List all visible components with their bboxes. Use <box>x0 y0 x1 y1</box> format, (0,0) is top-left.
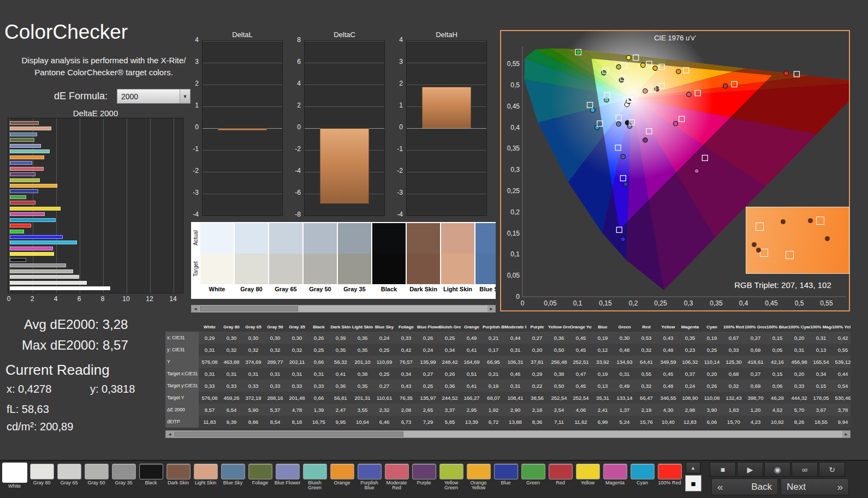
axis-tick-label: 0,45 <box>507 103 520 110</box>
continuous-button[interactable]: ∞ <box>792 462 818 477</box>
table-cell: 2,32 <box>373 404 395 416</box>
swatch-button-100--green[interactable]: 100% Green <box>683 463 684 497</box>
table-cell: 0,36 <box>548 332 570 344</box>
swatch-button-green[interactable]: Green <box>520 463 546 497</box>
swatch-button-orange[interactable]: Orange <box>329 463 355 497</box>
scroll-left-icon[interactable]: ◄ <box>192 305 199 312</box>
table-cell: 33,92 <box>592 356 614 368</box>
play-button[interactable]: ▶ <box>737 462 763 477</box>
strip-patch-black[interactable]: Black <box>372 223 406 296</box>
table-cell: 0,37 <box>679 368 701 380</box>
table-scrollbar[interactable]: ◄ ► <box>165 430 851 438</box>
swatch-color <box>57 464 81 479</box>
table-cell: 0,27 <box>745 332 766 344</box>
strip-patch-gray-65[interactable]: Gray 65 <box>269 223 302 296</box>
table-cell: 4,06 <box>570 404 592 416</box>
deltae-bar <box>10 207 61 211</box>
table-cell: 6,46 <box>373 416 395 428</box>
table-cell: 108,41 <box>504 392 526 404</box>
inset-target-square <box>816 217 824 225</box>
table-cell: 0,26 <box>439 368 461 380</box>
swatch-button-gray-65[interactable]: Gray 65 <box>56 463 82 497</box>
axis-tick-label: 0 <box>195 123 199 131</box>
current-patch-button[interactable]: ■ <box>685 475 701 491</box>
current-reading-title: Current Reading <box>5 362 110 379</box>
table-cell: 0,29 <box>526 368 548 380</box>
table-cell: 3,55 <box>352 404 373 416</box>
swatch-button-blue[interactable]: Blue <box>492 463 519 497</box>
strip-patch-gray-35[interactable]: Gray 35 <box>338 223 371 296</box>
axis-tick-label: 0,35 <box>708 299 725 307</box>
measured-point <box>687 92 691 97</box>
table-row: dEITP11,839,398,868,548,1816,759,9510,64… <box>165 416 851 428</box>
swatch-button-orange-yellow[interactable]: Orange Yellow <box>465 463 492 497</box>
swatch-label: Blue Sky <box>219 481 246 485</box>
cie-diagram-panel: CIE 1976 u'v' 00,050,10,150,20,250,30,35… <box>500 30 850 311</box>
scroll-right-icon[interactable]: ► <box>842 431 850 437</box>
patch-target-color <box>304 254 337 284</box>
table-cell: 6,06 <box>701 416 723 428</box>
refresh-button[interactable]: ↻ <box>819 462 845 477</box>
strip-patch-dark-skin[interactable]: Dark Skin <box>407 223 440 296</box>
table-cell: 2,18 <box>526 404 548 416</box>
table-cell: 0,25 <box>417 380 439 392</box>
strip-scrollbar-thumb[interactable] <box>200 306 298 311</box>
table-cell: 0,15 <box>766 332 788 344</box>
table-cell: 5,24 <box>614 416 635 428</box>
swatch-button-dark-skin[interactable]: Dark Skin <box>165 463 192 497</box>
back-button[interactable]: « Back <box>711 478 778 495</box>
strip-patch-light-skin[interactable]: Light Skin <box>441 223 474 296</box>
table-cell: 6,99 <box>592 416 614 428</box>
swatch-button-black[interactable]: Black <box>138 463 164 497</box>
table-cell: 0,26 <box>308 332 330 344</box>
swatch-button-gray-80[interactable]: Gray 80 <box>28 463 55 497</box>
next-button[interactable]: Next » <box>781 478 849 495</box>
patch-actual-color <box>235 223 268 254</box>
swatch-color <box>112 464 136 479</box>
up-arrow-button[interactable]: ▲ <box>686 462 700 473</box>
swatch-button-blue-sky[interactable]: Blue Sky <box>219 463 246 497</box>
table-cell: 0,25 <box>308 344 330 356</box>
table-cell: 8,57 <box>199 404 221 416</box>
axis-tick-label: 2 <box>297 101 301 109</box>
table-cell: 0,33 <box>221 380 242 392</box>
scroll-left-icon[interactable]: ◄ <box>166 431 174 437</box>
table-cell: 16,75 <box>308 416 330 428</box>
swatch-button-cyan[interactable]: Cyan <box>629 463 656 497</box>
swatch-button-gray-35[interactable]: Gray 35 <box>110 463 137 497</box>
swatch-button-purple[interactable]: Purple <box>411 463 437 497</box>
swatch-button-foliage[interactable]: Foliage <box>247 463 274 497</box>
swatch-button-magenta[interactable]: Magenta <box>602 463 628 497</box>
table-scrollbar-thumb[interactable] <box>174 431 403 437</box>
column-header: 100% Blue <box>766 322 788 332</box>
scroll-right-icon[interactable]: ► <box>487 305 495 312</box>
axis-tick-label: 12 <box>144 295 155 303</box>
strip-scrollbar[interactable]: ◄ ► <box>191 305 496 313</box>
table-cell: 252,54 <box>570 392 592 404</box>
table-cell: 132,43 <box>723 392 745 404</box>
table-cell: 1,83 <box>723 404 745 416</box>
swatch-button-white[interactable]: White <box>1 463 28 497</box>
swatch-button-100--red[interactable]: 100% Red <box>656 463 683 497</box>
swatch-button-bluish-green[interactable]: Bluish Green <box>301 463 328 497</box>
swatch-button-light-skin[interactable]: Light Skin <box>192 463 219 497</box>
stop-button[interactable]: ■ <box>710 462 736 477</box>
strip-patch-white[interactable]: White <box>200 223 234 296</box>
swatch-button-blue-flower[interactable]: Blue Flower <box>274 463 301 497</box>
strip-patch-blue-sky[interactable]: Blue Sky <box>475 223 496 296</box>
strip-patch-gray-80[interactable]: Gray 80 <box>235 223 268 296</box>
de-formula-dropdown[interactable]: 2000 ▼ <box>117 89 191 104</box>
patch-label: Gray 80 <box>235 284 268 296</box>
camera-button[interactable]: ◉ <box>764 462 790 477</box>
measured-point <box>604 98 609 102</box>
swatch-button-yellow-green[interactable]: Yellow Green <box>438 463 465 497</box>
swatch-button-moderate-red[interactable]: Moderate Red <box>383 463 410 497</box>
swatch-button-purplish-blue[interactable]: Purplish Blue <box>356 463 383 497</box>
strip-patch-gray-50[interactable]: Gray 50 <box>304 223 337 296</box>
swatch-button-yellow[interactable]: Yellow <box>574 463 601 497</box>
swatch-button-gray-50[interactable]: Gray 50 <box>83 463 110 497</box>
table-row: Y576,08463,88374,69289,77202,110,6656,32… <box>165 356 851 368</box>
swatch-button-red[interactable]: Red <box>547 463 574 497</box>
swatch-color <box>358 464 382 479</box>
swatch-color <box>30 464 54 479</box>
